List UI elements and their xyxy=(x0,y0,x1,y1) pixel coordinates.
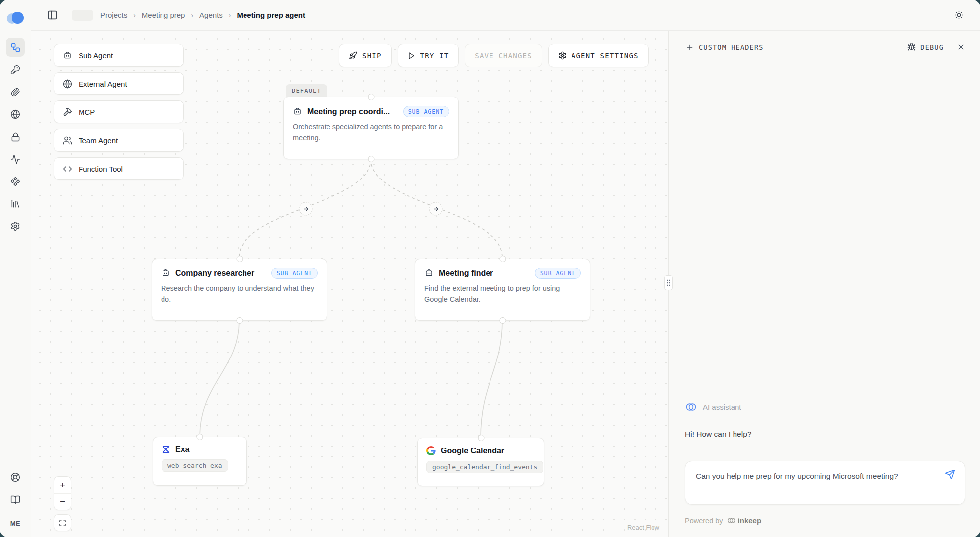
palette-item-external-agent[interactable]: External Agent xyxy=(54,72,184,95)
node-coordinator[interactable]: Meeting prep coordi... SUB AGENT Orchest… xyxy=(283,97,459,159)
debug-label: DEBUG xyxy=(920,43,944,51)
chat-input[interactable]: Can you help me prep for my upcoming Mic… xyxy=(685,461,965,505)
custom-headers-button[interactable]: CUSTOM HEADERS xyxy=(686,43,764,51)
node-handle[interactable] xyxy=(499,317,506,324)
node-handle[interactable] xyxy=(499,256,506,262)
org-placeholder xyxy=(72,10,93,21)
node-title: Meeting finder xyxy=(439,269,493,278)
breadcrumb-separator: › xyxy=(229,11,231,19)
node-handle[interactable] xyxy=(197,434,203,440)
zoom-out-button[interactable]: − xyxy=(54,493,71,510)
breadcrumb-item-projects[interactable]: Projects xyxy=(100,11,127,19)
rail-item-external[interactable] xyxy=(6,105,25,124)
node-title: Google Calendar xyxy=(441,447,504,455)
breadcrumb-item-agents[interactable]: Agents xyxy=(199,11,223,19)
rail-item-security[interactable] xyxy=(6,127,25,146)
bot-icon xyxy=(424,268,434,278)
rocket-icon xyxy=(349,51,357,60)
code-icon xyxy=(63,164,72,174)
sub-agent-badge: SUB AGENT xyxy=(271,268,318,279)
chat-input-value: Can you help me prep for my upcoming Mic… xyxy=(696,470,919,483)
bot-icon xyxy=(161,268,170,278)
palette-item-team-agent[interactable]: Team Agent xyxy=(54,129,184,152)
palette-item-mcp[interactable]: MCP xyxy=(54,100,184,123)
user-avatar[interactable]: ME xyxy=(10,520,21,527)
flow-canvas[interactable]: Sub Agent External Agent MCP Team Agent … xyxy=(31,31,668,537)
powered-by[interactable]: Powered by inkeep xyxy=(685,516,965,525)
node-handle[interactable] xyxy=(236,256,243,262)
breadcrumb: Projects › Meeting prep › Agents › Meeti… xyxy=(100,11,305,19)
zoom-controls: + − xyxy=(54,476,71,510)
sub-agent-badge: SUB AGENT xyxy=(403,106,449,117)
bug-icon xyxy=(907,43,916,51)
rail-item-help[interactable] xyxy=(6,468,25,487)
try-it-panel: CUSTOM HEADERS DEBUG AI assistant Hi! Ho… xyxy=(668,31,980,537)
rail-item-api-keys[interactable] xyxy=(6,60,25,79)
palette-item-label: Team Agent xyxy=(79,136,118,145)
breadcrumb-item-project[interactable]: Meeting prep xyxy=(142,11,185,19)
theme-toggle-button[interactable] xyxy=(950,7,967,24)
rail-item-graph[interactable] xyxy=(6,38,25,57)
save-changes-button[interactable]: SAVE CHANGES xyxy=(465,44,542,67)
close-panel-button[interactable] xyxy=(957,43,965,51)
node-palette: Sub Agent External Agent MCP Team Agent … xyxy=(54,44,184,180)
node-handle[interactable] xyxy=(368,94,374,100)
node-google-calendar-tool[interactable]: Google Calendar google_calendar_find_eve… xyxy=(417,438,544,486)
node-exa-tool[interactable]: Exa web_search_exa xyxy=(153,437,247,486)
try-it-button[interactable]: TRY IT xyxy=(398,44,459,67)
edge-arrow-marker xyxy=(429,202,443,216)
inkeep-brand-label: inkeep xyxy=(738,516,762,525)
agent-settings-button[interactable]: AGENT SETTINGS xyxy=(548,44,649,67)
panel-resize-handle[interactable] xyxy=(664,275,673,290)
chat-area: AI assistant Hi! How can I help? Can you… xyxy=(669,401,980,537)
close-icon xyxy=(957,43,965,51)
send-button[interactable] xyxy=(945,469,955,480)
inkeep-logo xyxy=(7,12,24,25)
sub-agent-badge: SUB AGENT xyxy=(535,268,581,279)
arrow-right-icon xyxy=(302,205,309,212)
lock-icon xyxy=(11,132,20,142)
zoom-in-button[interactable]: + xyxy=(54,477,71,493)
hammer-icon xyxy=(63,107,72,117)
palette-item-label: MCP xyxy=(79,108,95,116)
arrow-right-icon xyxy=(432,205,439,212)
assistant-greeting: Hi! How can I help? xyxy=(685,430,965,439)
rail-item-library[interactable] xyxy=(6,194,25,213)
library-icon xyxy=(10,199,20,209)
sidebar-toggle-button[interactable] xyxy=(44,7,61,24)
ship-label: SHIP xyxy=(362,52,382,60)
node-company-researcher[interactable]: Company researcher SUB AGENT Research th… xyxy=(152,259,327,321)
default-agent-tag: DEFAULT xyxy=(286,84,327,97)
component-icon xyxy=(10,177,20,186)
debug-button[interactable]: DEBUG xyxy=(907,43,944,51)
palette-item-label: Sub Agent xyxy=(79,51,113,60)
play-icon xyxy=(408,52,415,60)
rail-item-settings[interactable] xyxy=(6,217,25,236)
node-description: Find the external meeting to prep for us… xyxy=(424,283,581,305)
maximize-icon xyxy=(59,519,66,527)
exa-logo-icon xyxy=(162,445,170,454)
node-handle[interactable] xyxy=(236,317,243,324)
rail-item-credentials[interactable] xyxy=(6,83,25,101)
node-meeting-finder[interactable]: Meeting finder SUB AGENT Find the extern… xyxy=(415,259,590,321)
react-flow-attribution[interactable]: React Flow xyxy=(627,524,659,531)
plus-icon xyxy=(686,43,694,51)
assistant-label: AI assistant xyxy=(703,403,741,411)
palette-item-function-tool[interactable]: Function Tool xyxy=(54,157,184,180)
rail-item-components[interactable] xyxy=(6,172,25,191)
app-window: ME Projects › Meeting prep › Agents › Me… xyxy=(0,0,980,537)
agent-settings-label: AGENT SETTINGS xyxy=(572,52,639,60)
fit-view-button[interactable] xyxy=(54,514,71,531)
node-description: Orchestrate specialized agents to prepar… xyxy=(293,122,449,144)
node-handle[interactable] xyxy=(368,156,374,162)
breadcrumb-current: Meeting prep agent xyxy=(237,11,305,19)
node-title: Exa xyxy=(175,445,189,454)
top-bar: Projects › Meeting prep › Agents › Meeti… xyxy=(31,0,980,31)
activity-icon xyxy=(10,154,20,164)
bot-icon xyxy=(293,107,302,116)
node-handle[interactable] xyxy=(478,435,484,441)
rail-item-activity[interactable] xyxy=(6,150,25,169)
palette-item-sub-agent[interactable]: Sub Agent xyxy=(54,44,184,67)
ship-button[interactable]: SHIP xyxy=(339,44,392,67)
rail-item-docs[interactable] xyxy=(6,490,25,509)
